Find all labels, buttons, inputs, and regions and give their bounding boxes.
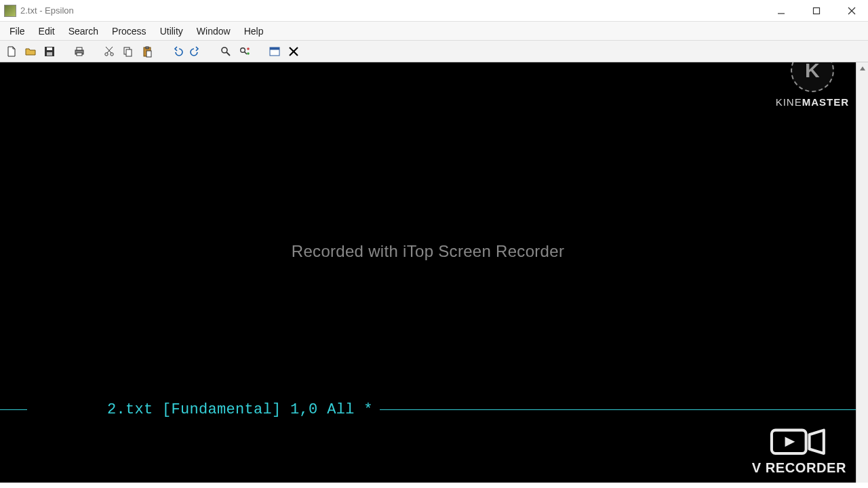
svg-rect-6 [47, 52, 52, 56]
find-icon[interactable] [218, 44, 233, 59]
modeline-text: 2.txt [Fundamental] 1,0 All * [34, 384, 373, 435]
svg-point-21 [241, 47, 245, 52]
kinemaster-watermark: K KINEMASTER [776, 62, 849, 108]
svg-rect-15 [126, 49, 132, 56]
app-icon [4, 5, 16, 17]
modeline-rule-left [0, 409, 27, 410]
svg-rect-8 [77, 47, 82, 50]
maximize-button[interactable] [808, 3, 825, 19]
svg-marker-30 [785, 436, 795, 447]
svg-line-12 [107, 47, 113, 53]
svg-rect-17 [146, 47, 149, 49]
toolbar [0, 41, 868, 62]
modeline-mode: [Fundamental] [162, 401, 281, 418]
titlebar: 2.txt - Epsilon [0, 0, 868, 22]
modeline-rule-right [380, 409, 856, 410]
kinemaster-label: KINEMASTER [776, 96, 849, 108]
save-icon[interactable] [42, 44, 57, 59]
find-replace-icon[interactable] [237, 44, 252, 59]
svg-marker-31 [860, 66, 865, 70]
new-file-icon[interactable] [4, 44, 19, 59]
modeline-modified: * [363, 401, 373, 418]
modeline-position: 1,0 [290, 401, 318, 418]
window-controls [773, 3, 864, 19]
scroll-up-arrow-icon[interactable] [856, 62, 868, 75]
modeline-extent: All [327, 401, 355, 418]
panel-icon[interactable] [267, 44, 282, 59]
copy-icon[interactable] [121, 44, 136, 59]
menu-file[interactable]: File [3, 23, 32, 39]
menu-window[interactable]: Window [190, 23, 237, 39]
modeline: 2.txt [Fundamental] 1,0 All * [0, 384, 856, 435]
redo-icon[interactable] [189, 44, 203, 59]
editor-area: K KINEMASTER Recorded with iTop Screen R… [0, 62, 868, 483]
menu-help[interactable]: Help [237, 23, 271, 39]
undo-icon[interactable] [170, 44, 184, 59]
svg-rect-9 [77, 53, 82, 56]
svg-point-19 [222, 47, 227, 53]
svg-point-24 [247, 52, 250, 55]
close-button[interactable] [844, 3, 860, 19]
itop-watermark-text: Recorded with iTop Screen Recorder [0, 242, 856, 261]
minimize-button[interactable] [773, 3, 789, 19]
menu-search[interactable]: Search [62, 23, 105, 39]
kinemaster-label-light: KINE [776, 96, 802, 108]
svg-rect-26 [270, 47, 279, 50]
open-file-icon[interactable] [23, 44, 38, 59]
modeline-filename: 2.txt [107, 401, 153, 418]
vrecorder-label: V RECORDER [752, 460, 846, 476]
vertical-scrollbar[interactable] [856, 62, 868, 483]
svg-line-13 [106, 47, 111, 53]
svg-rect-5 [47, 47, 52, 50]
print-icon[interactable] [72, 44, 87, 59]
menu-utility[interactable]: Utility [153, 23, 190, 39]
kinemaster-label-bold: MASTER [802, 96, 849, 108]
bottom-strip [0, 483, 868, 488]
svg-line-20 [226, 52, 230, 56]
svg-rect-1 [814, 7, 820, 14]
svg-point-10 [105, 52, 108, 55]
window-title: 2.txt - Epsilon [20, 5, 74, 16]
menu-process[interactable]: Process [105, 23, 153, 39]
svg-rect-18 [146, 51, 151, 57]
svg-point-11 [111, 52, 113, 55]
svg-point-23 [247, 47, 250, 50]
kinemaster-logo-icon: K [791, 62, 834, 92]
svg-line-22 [245, 52, 248, 54]
paste-icon[interactable] [140, 44, 155, 59]
menu-edit[interactable]: Edit [32, 23, 62, 39]
editor-viewport[interactable]: K KINEMASTER Recorded with iTop Screen R… [0, 62, 856, 483]
menubar: File Edit Search Process Utility Window … [0, 22, 868, 41]
cut-icon[interactable] [102, 44, 117, 59]
close-x-icon[interactable] [286, 44, 301, 59]
